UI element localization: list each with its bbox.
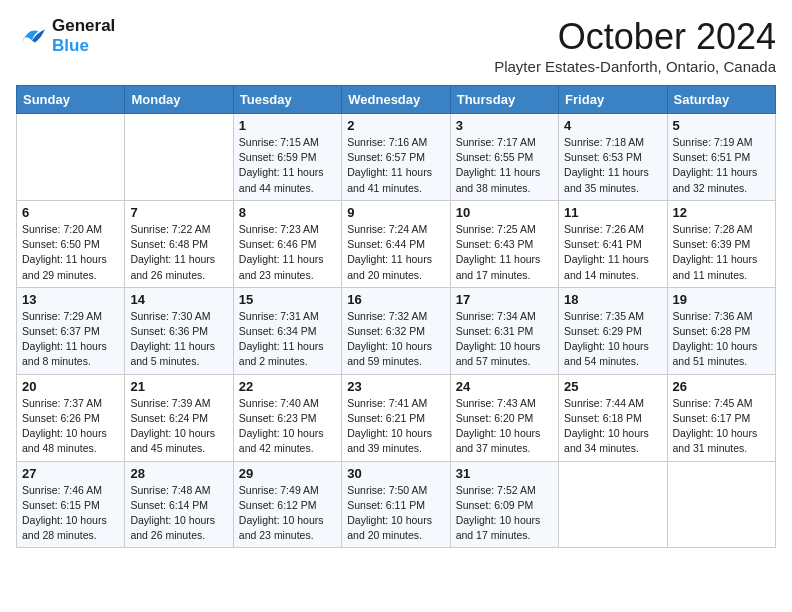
calendar-cell: 9Sunrise: 7:24 AMSunset: 6:44 PMDaylight… [342,200,450,287]
day-number: 12 [673,205,770,220]
weekday-header-friday: Friday [559,86,667,114]
calendar-cell: 24Sunrise: 7:43 AMSunset: 6:20 PMDayligh… [450,374,558,461]
calendar-cell: 8Sunrise: 7:23 AMSunset: 6:46 PMDaylight… [233,200,341,287]
weekday-header-wednesday: Wednesday [342,86,450,114]
weekday-header-monday: Monday [125,86,233,114]
day-number: 23 [347,379,444,394]
day-number: 27 [22,466,119,481]
day-info: Sunrise: 7:45 AMSunset: 6:17 PMDaylight:… [673,396,770,457]
day-number: 7 [130,205,227,220]
calendar-cell: 21Sunrise: 7:39 AMSunset: 6:24 PMDayligh… [125,374,233,461]
day-number: 19 [673,292,770,307]
day-info: Sunrise: 7:46 AMSunset: 6:15 PMDaylight:… [22,483,119,544]
weekday-header-sunday: Sunday [17,86,125,114]
day-number: 21 [130,379,227,394]
calendar-cell: 29Sunrise: 7:49 AMSunset: 6:12 PMDayligh… [233,461,341,548]
calendar-table: SundayMondayTuesdayWednesdayThursdayFrid… [16,85,776,548]
day-number: 9 [347,205,444,220]
day-number: 13 [22,292,119,307]
calendar-cell: 2Sunrise: 7:16 AMSunset: 6:57 PMDaylight… [342,114,450,201]
day-number: 14 [130,292,227,307]
day-number: 4 [564,118,661,133]
logo: General Blue [16,16,115,56]
day-number: 16 [347,292,444,307]
day-number: 31 [456,466,553,481]
day-number: 28 [130,466,227,481]
day-info: Sunrise: 7:16 AMSunset: 6:57 PMDaylight:… [347,135,444,196]
calendar-cell: 28Sunrise: 7:48 AMSunset: 6:14 PMDayligh… [125,461,233,548]
day-number: 2 [347,118,444,133]
day-number: 11 [564,205,661,220]
week-row-1: 1Sunrise: 7:15 AMSunset: 6:59 PMDaylight… [17,114,776,201]
calendar-cell: 19Sunrise: 7:36 AMSunset: 6:28 PMDayligh… [667,287,775,374]
calendar-cell [125,114,233,201]
calendar-cell: 1Sunrise: 7:15 AMSunset: 6:59 PMDaylight… [233,114,341,201]
calendar-cell: 16Sunrise: 7:32 AMSunset: 6:32 PMDayligh… [342,287,450,374]
day-info: Sunrise: 7:48 AMSunset: 6:14 PMDaylight:… [130,483,227,544]
day-info: Sunrise: 7:18 AMSunset: 6:53 PMDaylight:… [564,135,661,196]
weekday-header-saturday: Saturday [667,86,775,114]
week-row-3: 13Sunrise: 7:29 AMSunset: 6:37 PMDayligh… [17,287,776,374]
day-info: Sunrise: 7:25 AMSunset: 6:43 PMDaylight:… [456,222,553,283]
day-info: Sunrise: 7:15 AMSunset: 6:59 PMDaylight:… [239,135,336,196]
day-info: Sunrise: 7:37 AMSunset: 6:26 PMDaylight:… [22,396,119,457]
day-info: Sunrise: 7:50 AMSunset: 6:11 PMDaylight:… [347,483,444,544]
calendar-cell: 10Sunrise: 7:25 AMSunset: 6:43 PMDayligh… [450,200,558,287]
week-row-4: 20Sunrise: 7:37 AMSunset: 6:26 PMDayligh… [17,374,776,461]
day-number: 8 [239,205,336,220]
calendar-cell: 22Sunrise: 7:40 AMSunset: 6:23 PMDayligh… [233,374,341,461]
day-info: Sunrise: 7:22 AMSunset: 6:48 PMDaylight:… [130,222,227,283]
week-row-5: 27Sunrise: 7:46 AMSunset: 6:15 PMDayligh… [17,461,776,548]
day-info: Sunrise: 7:44 AMSunset: 6:18 PMDaylight:… [564,396,661,457]
day-number: 22 [239,379,336,394]
day-info: Sunrise: 7:36 AMSunset: 6:28 PMDaylight:… [673,309,770,370]
weekday-header-thursday: Thursday [450,86,558,114]
calendar-cell: 3Sunrise: 7:17 AMSunset: 6:55 PMDaylight… [450,114,558,201]
day-number: 24 [456,379,553,394]
week-row-2: 6Sunrise: 7:20 AMSunset: 6:50 PMDaylight… [17,200,776,287]
day-info: Sunrise: 7:20 AMSunset: 6:50 PMDaylight:… [22,222,119,283]
calendar-cell: 13Sunrise: 7:29 AMSunset: 6:37 PMDayligh… [17,287,125,374]
day-number: 5 [673,118,770,133]
calendar-cell: 5Sunrise: 7:19 AMSunset: 6:51 PMDaylight… [667,114,775,201]
calendar-cell: 4Sunrise: 7:18 AMSunset: 6:53 PMDaylight… [559,114,667,201]
day-info: Sunrise: 7:52 AMSunset: 6:09 PMDaylight:… [456,483,553,544]
day-number: 6 [22,205,119,220]
calendar-cell: 23Sunrise: 7:41 AMSunset: 6:21 PMDayligh… [342,374,450,461]
calendar-cell: 7Sunrise: 7:22 AMSunset: 6:48 PMDaylight… [125,200,233,287]
day-info: Sunrise: 7:17 AMSunset: 6:55 PMDaylight:… [456,135,553,196]
calendar-cell: 30Sunrise: 7:50 AMSunset: 6:11 PMDayligh… [342,461,450,548]
day-info: Sunrise: 7:23 AMSunset: 6:46 PMDaylight:… [239,222,336,283]
day-info: Sunrise: 7:43 AMSunset: 6:20 PMDaylight:… [456,396,553,457]
calendar-cell: 26Sunrise: 7:45 AMSunset: 6:17 PMDayligh… [667,374,775,461]
logo-icon [16,20,48,52]
month-title: October 2024 [494,16,776,58]
calendar-cell [559,461,667,548]
page-header: General Blue October 2024 Playter Estate… [16,16,776,75]
calendar-cell: 20Sunrise: 7:37 AMSunset: 6:26 PMDayligh… [17,374,125,461]
logo-text: General Blue [52,16,115,56]
calendar-cell: 17Sunrise: 7:34 AMSunset: 6:31 PMDayligh… [450,287,558,374]
location-subtitle: Playter Estates-Danforth, Ontario, Canad… [494,58,776,75]
day-info: Sunrise: 7:26 AMSunset: 6:41 PMDaylight:… [564,222,661,283]
day-number: 29 [239,466,336,481]
day-info: Sunrise: 7:30 AMSunset: 6:36 PMDaylight:… [130,309,227,370]
calendar-cell: 31Sunrise: 7:52 AMSunset: 6:09 PMDayligh… [450,461,558,548]
day-info: Sunrise: 7:40 AMSunset: 6:23 PMDaylight:… [239,396,336,457]
calendar-cell: 6Sunrise: 7:20 AMSunset: 6:50 PMDaylight… [17,200,125,287]
day-number: 15 [239,292,336,307]
weekday-header-tuesday: Tuesday [233,86,341,114]
day-number: 20 [22,379,119,394]
day-number: 26 [673,379,770,394]
weekday-header-row: SundayMondayTuesdayWednesdayThursdayFrid… [17,86,776,114]
day-info: Sunrise: 7:28 AMSunset: 6:39 PMDaylight:… [673,222,770,283]
calendar-cell: 27Sunrise: 7:46 AMSunset: 6:15 PMDayligh… [17,461,125,548]
day-info: Sunrise: 7:49 AMSunset: 6:12 PMDaylight:… [239,483,336,544]
day-info: Sunrise: 7:39 AMSunset: 6:24 PMDaylight:… [130,396,227,457]
day-number: 17 [456,292,553,307]
calendar-cell [667,461,775,548]
calendar-cell: 11Sunrise: 7:26 AMSunset: 6:41 PMDayligh… [559,200,667,287]
calendar-cell: 15Sunrise: 7:31 AMSunset: 6:34 PMDayligh… [233,287,341,374]
day-info: Sunrise: 7:29 AMSunset: 6:37 PMDaylight:… [22,309,119,370]
calendar-cell: 14Sunrise: 7:30 AMSunset: 6:36 PMDayligh… [125,287,233,374]
